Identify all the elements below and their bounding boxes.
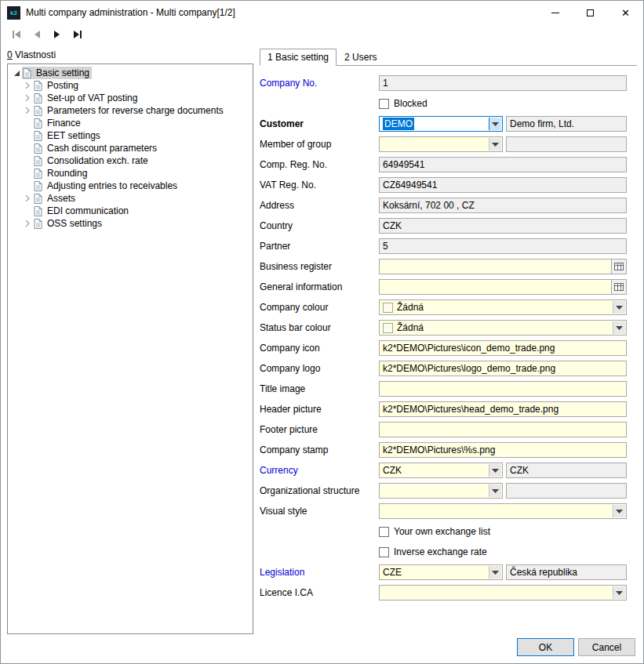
next-record-icon	[53, 30, 62, 39]
first-record-button	[7, 26, 26, 43]
footer-picture-field[interactable]	[379, 422, 627, 437]
tree-collapsed-icon[interactable]	[22, 107, 33, 114]
business-register-field[interactable]	[379, 259, 627, 274]
tree-item-adjusting-entries[interactable]: Adjusting entries to receivables	[8, 180, 253, 192]
tree-item-assets[interactable]: Assets	[8, 192, 253, 205]
previous-record-button	[27, 26, 46, 43]
address-label: Address	[260, 200, 379, 211]
partner-label: Partner	[260, 241, 379, 252]
ok-button[interactable]: OK	[517, 638, 574, 656]
vat-reg-no-label: VAT Reg. No.	[260, 180, 379, 190]
document-icon	[34, 206, 44, 216]
chevron-down-icon[interactable]	[613, 505, 625, 517]
status-bar-colour-combo[interactable]: Žádná	[379, 320, 627, 336]
company-colour-combo[interactable]: Žádná	[379, 299, 627, 315]
chevron-down-icon[interactable]	[613, 301, 625, 314]
form-row-company-no: Company No. 1	[260, 73, 637, 93]
tab-users[interactable]: 2 Users	[337, 49, 384, 65]
member-of-group-combo[interactable]	[379, 136, 503, 152]
chevron-down-icon[interactable]	[489, 118, 501, 130]
tree-expanded-icon[interactable]	[11, 70, 22, 77]
form-row-company-colour: Company colour Žádná	[260, 297, 637, 317]
inverse-exchange-rate-checkbox[interactable]	[379, 547, 389, 557]
form-row-customer: Customer DEMO Demo firm, Ltd.	[260, 114, 637, 134]
licence-ica-label: Licence I.CA	[260, 587, 379, 598]
window-title: Multi company administration - Multi com…	[26, 7, 537, 18]
footer-picture-label: Footer picture	[260, 424, 379, 435]
legislation-combo[interactable]: CZE	[379, 564, 503, 580]
tree-item-rounding[interactable]: Rounding	[8, 167, 253, 180]
company-no-label[interactable]: Company No.	[260, 78, 379, 89]
tree-item-finance[interactable]: Finance	[8, 117, 253, 129]
tree-item-label: Set-up of VAT posting	[47, 93, 137, 103]
basic-setting-form: Company No. 1 Blocked Customer	[260, 66, 637, 638]
dialog-footer: OK Cancel	[260, 638, 637, 656]
form-row-member-of-group: Member of group	[260, 134, 637, 154]
chevron-down-icon[interactable]	[489, 484, 501, 497]
form-row-footer-picture: Footer picture	[260, 419, 637, 440]
customer-combo[interactable]: DEMO	[379, 116, 503, 132]
color-swatch	[383, 323, 393, 333]
blocked-checkbox[interactable]	[379, 99, 389, 109]
organizational-structure-name-field	[506, 483, 627, 499]
minimize-icon	[551, 13, 559, 13]
tree-item-eet-settings[interactable]: EET settings	[8, 129, 253, 142]
maximize-button[interactable]	[573, 2, 608, 24]
licence-ica-combo[interactable]	[379, 585, 627, 601]
own-exchange-list-checkbox[interactable]	[379, 527, 389, 537]
tree-item-oss-settings[interactable]: OSS settings	[8, 217, 253, 230]
tree-item-reverse-charge-params[interactable]: Parameters for reverse charge documents	[8, 104, 253, 117]
currency-combo[interactable]: CZK	[379, 463, 503, 478]
vat-reg-no-field: CZ64949541	[379, 177, 627, 193]
document-icon	[34, 131, 44, 141]
company-icon-field[interactable]: k2*DEMO\Pictures\icon_demo_trade.png	[379, 340, 627, 356]
tab-basic-setting[interactable]: 1 Basic setting	[260, 49, 337, 66]
table-lookup-button[interactable]	[611, 280, 626, 294]
tree-collapsed-icon[interactable]	[22, 195, 33, 201]
legislation-label[interactable]: Legislation	[260, 567, 379, 578]
form-row-general-information: General information	[260, 277, 637, 297]
organizational-structure-combo[interactable]	[379, 483, 503, 499]
tree-item-setup-vat-posting[interactable]: Set-up of VAT posting	[8, 92, 253, 104]
form-row-licence-ica: Licence I.CA	[260, 582, 637, 603]
chevron-down-icon[interactable]	[489, 566, 501, 579]
tree-collapsed-icon[interactable]	[22, 82, 33, 89]
form-row-address: Address Koksární, 702 00 , CZ	[260, 195, 637, 216]
currency-name-field: CZK	[506, 463, 627, 478]
visual-style-combo[interactable]	[379, 503, 627, 519]
table-icon	[614, 282, 624, 292]
company-stamp-field[interactable]: k2*DEMO\Pictures\%s.png	[379, 442, 627, 458]
title-bar: k2 Multi company administration - Multi …	[1, 1, 643, 24]
table-lookup-button[interactable]	[611, 259, 626, 274]
chevron-down-icon[interactable]	[613, 586, 625, 599]
business-register-label: Business register	[260, 261, 379, 272]
chevron-down-icon[interactable]	[613, 321, 625, 334]
cancel-button[interactable]: Cancel	[578, 638, 635, 656]
tree-item-label: Basic setting	[36, 67, 89, 78]
title-image-field[interactable]	[379, 381, 627, 397]
partner-field: 5	[379, 238, 627, 254]
tree-item-posting[interactable]: Posting	[8, 79, 253, 92]
form-row-comp-reg-no: Comp. Reg. No. 64949541	[260, 154, 637, 175]
minimize-button[interactable]	[537, 2, 573, 24]
next-record-button[interactable]	[48, 26, 67, 43]
company-logo-field[interactable]: k2*DEMO\Pictures\logo_demo_trade.png	[379, 361, 627, 376]
general-information-field[interactable]	[379, 279, 627, 295]
tree-item-basic-setting[interactable]: Basic setting	[8, 67, 253, 79]
tree-collapsed-icon[interactable]	[22, 220, 33, 227]
member-of-group-name-field	[506, 136, 627, 152]
tree-item-cash-discount[interactable]: Cash discount parameters	[8, 142, 253, 154]
currency-label[interactable]: Currency	[260, 465, 379, 476]
header-picture-field[interactable]: k2*DEMO\Pictures\head_demo_trade.png	[379, 401, 627, 417]
tree-collapsed-icon[interactable]	[22, 95, 33, 101]
chevron-down-icon[interactable]	[489, 138, 501, 151]
close-button[interactable]: ✕	[608, 2, 643, 24]
tree-item-consolidation-rate[interactable]: Consolidation exch. rate	[8, 154, 253, 167]
document-icon	[34, 194, 44, 204]
tree-item-edi-communication[interactable]: EDI communication	[8, 205, 253, 217]
organizational-structure-label: Organizational structure	[260, 485, 379, 496]
visual-style-label: Visual style	[260, 506, 379, 517]
chevron-down-icon[interactable]	[489, 464, 501, 477]
last-record-button[interactable]	[68, 26, 87, 43]
close-icon: ✕	[621, 8, 630, 18]
